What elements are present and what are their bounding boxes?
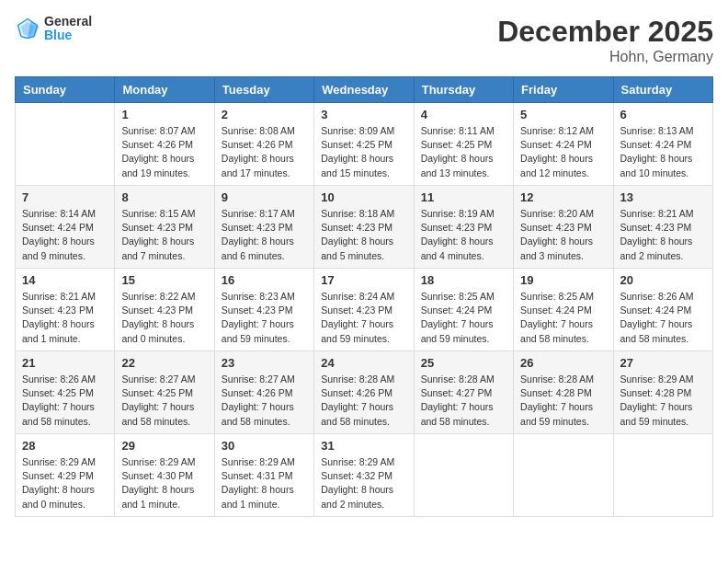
day-number: 4	[421, 108, 506, 121]
calendar-cell: 25Sunrise: 8:28 AMSunset: 4:27 PMDayligh…	[414, 351, 513, 434]
day-info: Sunrise: 8:22 AMSunset: 4:23 PMDaylight:…	[121, 290, 207, 346]
logo-icon	[15, 16, 40, 41]
calendar-cell: 30Sunrise: 8:29 AMSunset: 4:31 PMDayligh…	[214, 434, 313, 517]
day-number: 21	[22, 356, 108, 370]
day-number: 1	[121, 108, 207, 121]
day-number: 6	[620, 108, 706, 121]
day-number: 8	[121, 190, 207, 204]
day-info: Sunrise: 8:15 AMSunset: 4:23 PMDaylight:…	[121, 207, 207, 263]
weekday-header-sunday: Sunday	[16, 77, 115, 103]
calendar-cell: 31Sunrise: 8:29 AMSunset: 4:32 PMDayligh…	[314, 434, 414, 517]
day-number: 18	[421, 273, 506, 287]
day-number: 10	[321, 190, 406, 204]
calendar-cell: 2Sunrise: 8:08 AMSunset: 4:26 PMDaylight…	[214, 103, 313, 186]
calendar-cell: 22Sunrise: 8:27 AMSunset: 4:25 PMDayligh…	[115, 351, 214, 434]
day-number: 17	[321, 273, 406, 287]
calendar-cell: 29Sunrise: 8:29 AMSunset: 4:30 PMDayligh…	[115, 434, 214, 517]
day-info: Sunrise: 8:11 AMSunset: 4:25 PMDaylight:…	[421, 124, 506, 180]
calendar-cell: 4Sunrise: 8:11 AMSunset: 4:25 PMDaylight…	[414, 103, 513, 186]
day-number: 13	[620, 190, 706, 204]
day-number: 12	[520, 190, 606, 204]
day-number: 14	[22, 273, 108, 287]
day-number: 9	[222, 190, 307, 204]
calendar-cell: 12Sunrise: 8:20 AMSunset: 4:23 PMDayligh…	[514, 186, 613, 269]
day-info: Sunrise: 8:29 AMSunset: 4:30 PMDaylight:…	[121, 455, 207, 511]
day-info: Sunrise: 8:27 AMSunset: 4:25 PMDaylight:…	[121, 373, 207, 429]
day-info: Sunrise: 8:28 AMSunset: 4:27 PMDaylight:…	[421, 373, 506, 429]
calendar-cell	[613, 434, 712, 517]
day-number: 23	[222, 356, 307, 370]
calendar-cell: 19Sunrise: 8:25 AMSunset: 4:24 PMDayligh…	[514, 269, 613, 351]
calendar-cell: 15Sunrise: 8:22 AMSunset: 4:23 PMDayligh…	[115, 269, 214, 351]
day-number: 5	[520, 108, 606, 121]
calendar-cell: 16Sunrise: 8:23 AMSunset: 4:23 PMDayligh…	[214, 269, 313, 351]
day-number: 30	[222, 439, 307, 453]
day-info: Sunrise: 8:25 AMSunset: 4:24 PMDaylight:…	[421, 290, 506, 346]
day-number: 26	[520, 356, 606, 370]
calendar-cell: 9Sunrise: 8:17 AMSunset: 4:23 PMDaylight…	[214, 186, 313, 269]
location-title: Hohn, Germany	[497, 49, 713, 65]
day-number: 29	[121, 439, 207, 453]
logo-general: General	[44, 14, 92, 29]
day-info: Sunrise: 8:21 AMSunset: 4:23 PMDaylight:…	[22, 290, 108, 346]
day-info: Sunrise: 8:26 AMSunset: 4:25 PMDaylight:…	[22, 373, 108, 429]
day-info: Sunrise: 8:08 AMSunset: 4:26 PMDaylight:…	[222, 124, 307, 180]
day-number: 31	[321, 439, 406, 453]
day-info: Sunrise: 8:28 AMSunset: 4:26 PMDaylight:…	[321, 373, 406, 429]
calendar-cell: 6Sunrise: 8:13 AMSunset: 4:24 PMDaylight…	[613, 103, 712, 186]
calendar-week-2: 7Sunrise: 8:14 AMSunset: 4:24 PMDaylight…	[16, 186, 713, 269]
day-info: Sunrise: 8:12 AMSunset: 4:24 PMDaylight:…	[520, 124, 606, 180]
calendar-cell: 7Sunrise: 8:14 AMSunset: 4:24 PMDaylight…	[16, 186, 115, 269]
weekday-header-friday: Friday	[514, 77, 613, 103]
day-info: Sunrise: 8:07 AMSunset: 4:26 PMDaylight:…	[121, 124, 207, 180]
day-number: 20	[620, 273, 706, 287]
weekday-header-monday: Monday	[115, 77, 214, 103]
day-info: Sunrise: 8:18 AMSunset: 4:23 PMDaylight:…	[321, 207, 406, 263]
month-title: December 2025	[497, 15, 713, 49]
day-info: Sunrise: 8:14 AMSunset: 4:24 PMDaylight:…	[22, 207, 108, 263]
day-info: Sunrise: 8:21 AMSunset: 4:23 PMDaylight:…	[620, 207, 706, 263]
calendar-cell: 5Sunrise: 8:12 AMSunset: 4:24 PMDaylight…	[514, 103, 613, 186]
calendar-cell: 8Sunrise: 8:15 AMSunset: 4:23 PMDaylight…	[115, 186, 214, 269]
logo-text: General Blue	[44, 15, 92, 43]
calendar-cell: 27Sunrise: 8:29 AMSunset: 4:28 PMDayligh…	[613, 351, 712, 434]
title-area: December 2025 Hohn, Germany	[497, 15, 713, 65]
day-number: 28	[22, 439, 108, 453]
day-number: 15	[121, 273, 207, 287]
calendar-cell: 28Sunrise: 8:29 AMSunset: 4:29 PMDayligh…	[16, 434, 115, 517]
calendar-cell: 20Sunrise: 8:26 AMSunset: 4:24 PMDayligh…	[613, 269, 712, 351]
day-info: Sunrise: 8:26 AMSunset: 4:24 PMDaylight:…	[620, 290, 706, 346]
day-number: 25	[421, 356, 506, 370]
day-info: Sunrise: 8:29 AMSunset: 4:31 PMDaylight:…	[222, 455, 307, 511]
logo: General Blue	[15, 15, 92, 43]
day-info: Sunrise: 8:13 AMSunset: 4:24 PMDaylight:…	[620, 124, 706, 180]
day-info: Sunrise: 8:25 AMSunset: 4:24 PMDaylight:…	[520, 290, 606, 346]
calendar-cell: 14Sunrise: 8:21 AMSunset: 4:23 PMDayligh…	[16, 269, 115, 351]
day-info: Sunrise: 8:19 AMSunset: 4:23 PMDaylight:…	[421, 207, 506, 263]
calendar-cell: 10Sunrise: 8:18 AMSunset: 4:23 PMDayligh…	[314, 186, 414, 269]
calendar-cell: 1Sunrise: 8:07 AMSunset: 4:26 PMDaylight…	[115, 103, 214, 186]
calendar-cell: 21Sunrise: 8:26 AMSunset: 4:25 PMDayligh…	[16, 351, 115, 434]
calendar-cell: 13Sunrise: 8:21 AMSunset: 4:23 PMDayligh…	[613, 186, 712, 269]
logo-blue: Blue	[44, 28, 72, 42]
calendar-cell	[16, 103, 115, 186]
calendar-cell: 26Sunrise: 8:28 AMSunset: 4:28 PMDayligh…	[514, 351, 613, 434]
day-info: Sunrise: 8:23 AMSunset: 4:23 PMDaylight:…	[222, 290, 307, 346]
calendar-cell: 11Sunrise: 8:19 AMSunset: 4:23 PMDayligh…	[414, 186, 513, 269]
calendar-cell	[414, 434, 513, 517]
calendar-week-3: 14Sunrise: 8:21 AMSunset: 4:23 PMDayligh…	[16, 269, 713, 351]
calendar-cell: 18Sunrise: 8:25 AMSunset: 4:24 PMDayligh…	[414, 269, 513, 351]
day-number: 3	[321, 108, 406, 121]
day-number: 27	[620, 356, 706, 370]
calendar-table: SundayMondayTuesdayWednesdayThursdayFrid…	[15, 76, 713, 517]
day-info: Sunrise: 8:28 AMSunset: 4:28 PMDaylight:…	[520, 373, 606, 429]
day-number: 2	[222, 108, 307, 121]
weekday-header-tuesday: Tuesday	[214, 77, 313, 103]
calendar-week-4: 21Sunrise: 8:26 AMSunset: 4:25 PMDayligh…	[16, 351, 713, 434]
day-number: 7	[22, 190, 108, 204]
day-info: Sunrise: 8:24 AMSunset: 4:23 PMDaylight:…	[321, 290, 406, 346]
calendar-cell: 17Sunrise: 8:24 AMSunset: 4:23 PMDayligh…	[314, 269, 414, 351]
weekday-header-thursday: Thursday	[414, 77, 513, 103]
day-info: Sunrise: 8:17 AMSunset: 4:23 PMDaylight:…	[222, 207, 307, 263]
calendar-cell	[514, 434, 613, 517]
